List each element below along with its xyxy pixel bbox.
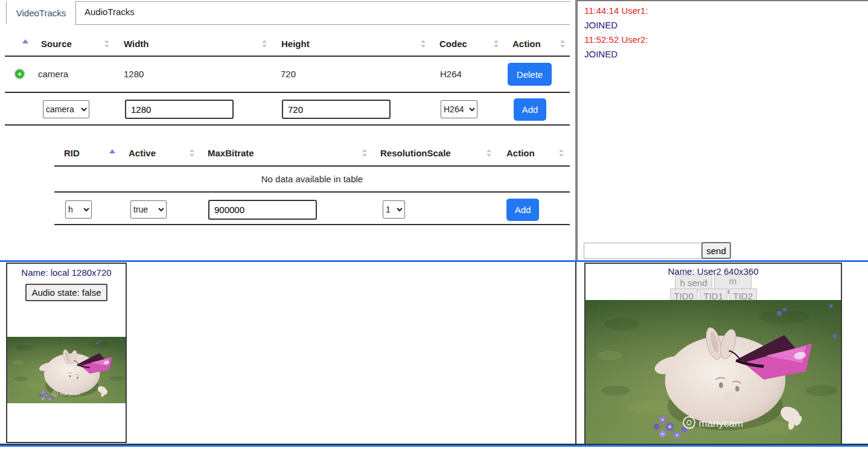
sorted-ascending-icon[interactable] [109,149,115,153]
rid-select[interactable]: h [65,200,92,219]
tab-videotracks[interactable]: VideoTracks [6,1,76,24]
col-header-action[interactable]: Action [512,39,541,49]
table-divider [54,165,570,167]
message-body: JOINED [584,18,648,33]
local-video-frame [7,337,126,403]
col-header-rid[interactable]: RID [64,148,80,158]
message-body: JOINED [584,47,648,62]
app-window: VideoTracks AudioTracks Source Width Hei… [0,0,868,463]
height-input[interactable] [282,100,391,119]
col-header-active[interactable]: Active [129,148,156,158]
chat-message-list: 11:44:14 User1: JOINED 11:52:52 User2: J… [584,4,648,62]
remote-video-frame [586,300,841,444]
chat-message-input[interactable] [584,243,704,259]
col-header-height[interactable]: Height [281,39,310,49]
table-divider [5,92,570,93]
col-header-resolutionscale[interactable]: ResolutionScale [380,148,451,158]
delete-track-button[interactable]: Delete [508,63,552,86]
cell-height: 720 [281,69,296,79]
sort-icons[interactable] [487,149,491,157]
video-section-divider [575,262,576,444]
width-input[interactable] [125,100,234,119]
active-select[interactable]: true [130,200,167,219]
chat-message: 11:44:14 User1: JOINED [584,4,648,33]
maxbitrate-input[interactable] [208,200,317,220]
table-divider [5,56,570,57]
message-time-user: 11:52:52 User2: [584,33,648,47]
col-header-maxbitrate[interactable]: MaxBitrate [208,148,254,158]
chat-panel: 11:44:14 User1: JOINED 11:52:52 User2: J… [576,0,868,260]
col-header-width[interactable]: Width [124,39,149,49]
col-header-action2[interactable]: Action [506,148,535,158]
message-time-user: 11:44:14 User1: [584,4,648,18]
sort-icons[interactable] [494,40,499,48]
cell-source: camera [38,69,68,79]
sort-icons[interactable] [421,40,426,48]
remote-video-card: Name: User2 640x360 h send m send TID0 T… [584,263,842,444]
table-divider [54,191,570,193]
sorted-ascending-icon[interactable] [22,39,28,43]
sort-icons[interactable] [560,40,565,48]
empty-table-message: No data available in table [54,174,570,184]
send-button[interactable]: send [701,242,731,259]
scale-select[interactable]: 1 [383,200,405,219]
sort-icons[interactable] [190,149,194,157]
table-divider [5,124,570,126]
tab-audiotracks[interactable]: AudioTracks [85,7,135,17]
tab-top-border [6,1,570,2]
source-select[interactable]: camera [43,100,89,118]
tracks-panel: VideoTracks AudioTracks Source Width Hei… [0,0,576,260]
video-strip: Name: local 1280x720 Audio state: false … [0,260,868,447]
expand-row-icon[interactable] [15,69,24,78]
sort-icons[interactable] [262,40,267,48]
cell-width: 1280 [124,69,144,79]
sort-icons[interactable] [362,149,367,157]
sort-icons[interactable] [104,40,109,48]
chat-message: 11:52:52 User2: JOINED [584,33,648,62]
table-divider [54,224,570,225]
audio-state-button[interactable]: Audio state: false [25,284,107,301]
codec-select[interactable]: H264 [441,100,477,118]
col-header-source[interactable]: Source [41,39,72,49]
sort-icons[interactable] [559,149,564,157]
cell-codec: H264 [440,69,462,79]
local-video-name: Name: local 1280x720 [7,267,126,278]
local-video-card: Name: local 1280x720 Audio state: false [6,263,127,443]
tab-bar-border [75,24,570,25]
add-layer-button[interactable]: Add [506,199,539,221]
add-track-button[interactable]: Add [514,98,546,121]
col-header-codec[interactable]: Codec [439,39,467,49]
